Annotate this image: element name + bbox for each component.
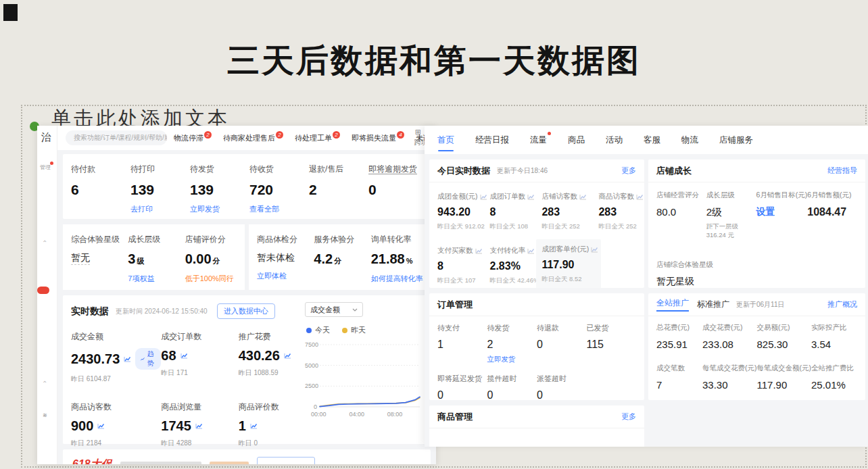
tab[interactable]: 商品 [566, 126, 586, 154]
metric-label: 成团订单数 [490, 192, 526, 201]
trend-chart-icon[interactable] [180, 353, 188, 359]
trend-chart-icon[interactable] [124, 356, 131, 362]
trend-chart-icon[interactable] [195, 423, 203, 429]
order-metric: 待发货 2 立即发货 [487, 323, 537, 364]
chevron-down-icon [352, 308, 358, 312]
star-rating-block: 店铺综合体验星级 暂无星级 [648, 240, 865, 288]
nav-item[interactable]: 即将损失流量4 [352, 133, 404, 143]
guidance-link[interactable]: 经营指导 [827, 166, 857, 176]
metric-value: 430.26 [239, 348, 280, 364]
legend-item[interactable]: 昨天 [342, 325, 366, 335]
tab-standard-promo[interactable]: 标准推广 [697, 299, 729, 310]
metric-value: 139 [130, 182, 190, 198]
data-center-button[interactable]: 进入数据中心 [217, 303, 275, 319]
yesterday-value: 昨日全天 252 [598, 222, 644, 231]
nav-item[interactable]: 待处理工单2 [295, 133, 340, 143]
promo-text-bar [120, 462, 201, 465]
promo-overview-link[interactable]: 推广概况 [827, 299, 857, 310]
growth-metric: 店铺经营评分 80.0 [656, 191, 706, 240]
nav-item[interactable]: 物流停滞2 [174, 133, 212, 143]
y-tick-label: 7500 [305, 341, 317, 348]
legend-item[interactable]: 今天 [306, 325, 330, 335]
yesterday-value: 昨日 6104.87 [71, 374, 161, 384]
metric-label: 待退款 [537, 323, 587, 333]
tab[interactable]: 客服 [642, 126, 662, 154]
trend-chart-icon[interactable] [636, 194, 644, 200]
metric-label: 实际投产比 [811, 323, 857, 332]
realtime-metrics: 成交金额 2430.73 趋势 昨日 6104.87 成交订单数 [71, 331, 316, 448]
trend-chart-icon[interactable] [284, 353, 291, 359]
metric-label: 店铺经营评分 [656, 191, 706, 200]
sidebar-item-manage[interactable]: 管理 [40, 164, 51, 171]
rating-metric: 店铺评价分 0.00分 低于100%同行 [185, 234, 242, 290]
tab-site-wide-promo[interactable]: 全站推广 [656, 297, 689, 312]
metric-action-link[interactable]: 立即发货 [190, 204, 220, 214]
card-title: 商品管理 [437, 411, 473, 423]
metric-action-link[interactable]: 7项权益 [128, 274, 154, 284]
yesterday-value: 昨日全天 912.02 [437, 222, 487, 231]
promo-text-bar [210, 462, 249, 465]
search-placeholder: 搜索功能/订单/课程/规则/帮助/服务 [74, 133, 167, 143]
count-badge: 2 [276, 131, 283, 139]
chart-metric-select[interactable]: 成交金额 [305, 302, 363, 317]
count-badge: 2 [204, 131, 212, 139]
trend-chart-icon[interactable] [97, 423, 105, 429]
trend-chart-icon[interactable] [250, 423, 258, 429]
trend-chart-icon[interactable] [579, 194, 587, 200]
metric-label: 成交订单数 [161, 331, 238, 343]
tab[interactable]: 活动 [604, 126, 624, 154]
metric-label: 成团客单价(元) [541, 245, 589, 254]
tab[interactable]: 首页 [436, 126, 456, 154]
trend-chart-icon[interactable] [527, 248, 535, 254]
tab[interactable]: 经营日报 [474, 126, 510, 154]
metric-action-link[interactable]: 查看全部 [249, 204, 279, 214]
trend-chart-icon[interactable] [591, 247, 598, 253]
nav-item[interactable]: 待商家处理售后2 [223, 133, 283, 143]
metric-action-link[interactable]: 立即体检 [257, 271, 287, 281]
metric-action-link[interactable]: 低于100%同行 [185, 274, 234, 284]
metric-label: 退款/售后 [309, 164, 368, 175]
tab[interactable]: 流量 [529, 126, 548, 154]
metric-label: 待收货 [249, 164, 309, 175]
trend-chart-icon[interactable] [475, 248, 483, 254]
promotion-metric: 成交花费(元) 233.08 [702, 323, 757, 350]
metric-value[interactable]: 80.0 [656, 206, 706, 218]
metric-value[interactable]: 设置 [756, 206, 807, 218]
left-dashboard-header: 搜索功能/订单/课程/规则/帮助/服务 物流停滞2 待商家处理售后2 待处理工单… [57, 126, 436, 150]
metric-action-link[interactable]: 立即发货 [487, 355, 516, 364]
trend-pill[interactable]: 趋势 [135, 348, 161, 370]
metric-value: 21.88% [371, 251, 428, 267]
metric-value: 720 [249, 182, 309, 198]
goods-management-card: 商品管理 更多 [429, 405, 644, 447]
trend-chart-icon[interactable] [527, 194, 535, 200]
metric-value: 233.08 [702, 339, 757, 350]
metric-label: 全站推广费比 [811, 364, 857, 373]
metric-value[interactable]: 2级 [706, 206, 756, 219]
metric-value: 8 [490, 206, 539, 218]
metric-label: 即将延迟发货 [437, 374, 487, 384]
trend-chart-icon[interactable] [480, 194, 487, 200]
apps-grid-icon[interactable]: ⊞ [415, 128, 421, 137]
chart-panel: 成交金额 今天昨天 025005000750000:0004:0008:00 [305, 302, 424, 437]
order-metric: 揽件超时 0 [487, 374, 537, 400]
tab[interactable]: 店铺服务 [718, 126, 754, 154]
x-tick-label: 08:00 [387, 411, 403, 418]
metric-value: 2 [487, 339, 537, 351]
metric-value[interactable]: 1084.47 [807, 206, 857, 218]
metric-action-link[interactable]: 去打印 [130, 204, 153, 214]
left-dashboard: 治 管理 ⌃ ⌃ ⌃ ≋ 搜索功能/订单/课程/规则/帮助/服务 物流停滞2 待… [37, 126, 436, 464]
legend-dot [342, 328, 347, 333]
search-input[interactable]: 搜索功能/订单/课程/规则/帮助/服务 [66, 130, 167, 145]
more-link[interactable]: 更多 [621, 166, 636, 176]
realtime-metric: 成交金额 2430.73 趋势 昨日 6104.87 [71, 331, 161, 384]
metric-label: 待发货 [190, 164, 249, 175]
promo-action-button[interactable] [257, 457, 315, 464]
metric-label: 店铺评价分 [185, 234, 242, 245]
tab[interactable]: 物流 [680, 126, 700, 154]
metric-value: 1 [239, 418, 246, 434]
metric-label: 商品体检分 [257, 234, 314, 245]
metric-value: 283 [541, 206, 596, 218]
more-link[interactable]: 更多 [621, 412, 636, 422]
metric-action-link[interactable]: 如何提高转化率 [371, 274, 423, 284]
nav-item-label: 待处理工单 [295, 134, 332, 142]
